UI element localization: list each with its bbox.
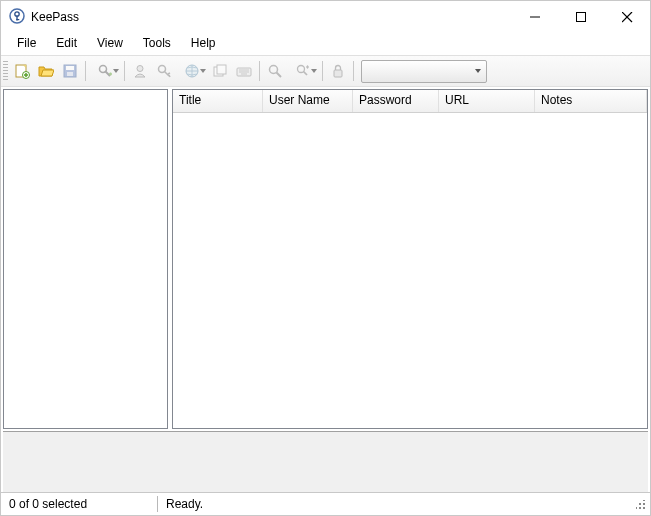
menu-view[interactable]: View bbox=[87, 34, 133, 52]
toolbar-grip[interactable] bbox=[3, 61, 8, 81]
close-button[interactable] bbox=[604, 1, 650, 33]
entry-list-body[interactable] bbox=[173, 113, 647, 428]
menu-file[interactable]: File bbox=[7, 34, 46, 52]
svg-rect-30 bbox=[334, 70, 342, 77]
status-bar: 0 of 0 selected Ready. bbox=[1, 492, 650, 515]
column-url[interactable]: URL bbox=[439, 90, 535, 112]
open-database-button[interactable] bbox=[34, 59, 58, 83]
toolbar bbox=[1, 55, 650, 87]
resize-grip[interactable] bbox=[632, 496, 648, 512]
svg-line-27 bbox=[277, 73, 282, 78]
show-entries-button[interactable] bbox=[287, 59, 319, 83]
new-database-button[interactable] bbox=[10, 59, 34, 83]
toolbar-separator bbox=[353, 61, 354, 81]
svg-rect-3 bbox=[16, 19, 19, 20]
entry-list-panel: Title User Name Password URL Notes bbox=[172, 89, 648, 429]
group-tree-panel[interactable] bbox=[3, 89, 168, 429]
column-notes[interactable]: Notes bbox=[535, 90, 647, 112]
find-button[interactable] bbox=[263, 59, 287, 83]
svg-rect-21 bbox=[217, 65, 226, 74]
app-title: KeePass bbox=[31, 10, 79, 24]
toolbar-separator bbox=[322, 61, 323, 81]
minimize-button[interactable] bbox=[512, 1, 558, 33]
svg-point-17 bbox=[137, 66, 143, 72]
menu-help[interactable]: Help bbox=[181, 34, 226, 52]
svg-rect-14 bbox=[66, 66, 74, 70]
maximize-button[interactable] bbox=[558, 1, 604, 33]
toolbar-separator bbox=[124, 61, 125, 81]
status-ready: Ready. bbox=[158, 493, 211, 515]
toolbar-separator bbox=[259, 61, 260, 81]
copy-url-button[interactable] bbox=[208, 59, 232, 83]
open-url-button[interactable] bbox=[176, 59, 208, 83]
main-area: Title User Name Password URL Notes bbox=[1, 87, 650, 431]
toolbar-separator bbox=[85, 61, 86, 81]
svg-rect-5 bbox=[577, 13, 586, 22]
svg-point-26 bbox=[270, 66, 278, 74]
entry-details-panel[interactable] bbox=[3, 431, 648, 492]
quickfind-dropdown[interactable] bbox=[361, 60, 487, 83]
column-user-name[interactable]: User Name bbox=[263, 90, 353, 112]
column-title[interactable]: Title bbox=[173, 90, 263, 112]
menubar: File Edit View Tools Help bbox=[1, 33, 650, 55]
autotype-button[interactable] bbox=[232, 59, 256, 83]
title-left: KeePass bbox=[9, 8, 79, 27]
window-controls bbox=[512, 1, 650, 33]
lock-workspace-button[interactable] bbox=[326, 59, 350, 83]
entry-list-header: Title User Name Password URL Notes bbox=[173, 90, 647, 113]
copy-username-button[interactable] bbox=[128, 59, 152, 83]
column-password[interactable]: Password bbox=[353, 90, 439, 112]
app-icon bbox=[9, 8, 25, 27]
svg-point-28 bbox=[298, 66, 305, 73]
menu-tools[interactable]: Tools bbox=[133, 34, 181, 52]
keepass-window: KeePass File Edit View Tools Help bbox=[0, 0, 651, 516]
status-selection: 0 of 0 selected bbox=[1, 493, 157, 515]
copy-password-button[interactable] bbox=[152, 59, 176, 83]
add-entry-button[interactable] bbox=[89, 59, 121, 83]
menu-edit[interactable]: Edit bbox=[46, 34, 87, 52]
svg-rect-15 bbox=[67, 72, 73, 76]
save-database-button[interactable] bbox=[58, 59, 82, 83]
titlebar: KeePass bbox=[1, 1, 650, 33]
svg-line-29 bbox=[304, 72, 308, 76]
